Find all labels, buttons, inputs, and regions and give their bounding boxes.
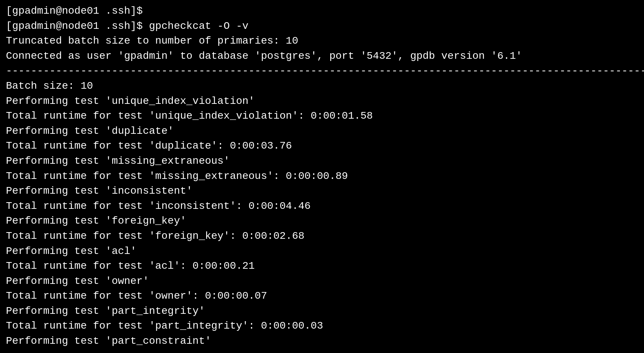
terminal-line: Performing test 'duplicate'	[6, 124, 638, 139]
terminal-line: Total runtime for test 'owner': 0:00:00.…	[6, 289, 638, 304]
terminal-line: [gpadmin@node01 .ssh]$	[6, 4, 638, 19]
terminal-line: Performing test 'part_integrity'	[6, 304, 638, 319]
terminal-line: Performing test 'inconsistent'	[6, 184, 638, 199]
terminal-line: Total runtime for test 'missing_extraneo…	[6, 169, 638, 184]
terminal-line: Total runtime for test 'duplicate': 0:00…	[6, 139, 638, 154]
terminal-line: Performing test 'part_constraint'	[6, 334, 638, 349]
terminal-line: Total runtime for test 'foreign_key': 0:…	[6, 229, 638, 244]
terminal-line: Performing test 'missing_extraneous'	[6, 154, 638, 169]
terminal-line: Total runtime for test 'acl': 0:00:00.21	[6, 259, 638, 274]
terminal-line: Performing test 'owner'	[6, 274, 638, 289]
terminal-line: Truncated batch size to number of primar…	[6, 34, 638, 49]
terminal-line: Performing test 'acl'	[6, 244, 638, 259]
terminal-line: Total runtime for test 'unique_index_vio…	[6, 109, 638, 124]
terminal-line: Performing test 'foreign_key'	[6, 214, 638, 229]
terminal-line: Performing test 'unique_index_violation'	[6, 94, 638, 109]
terminal-line: [gpadmin@node01 .ssh]$ gpcheckcat -O -v	[6, 19, 638, 34]
terminal-line: Total runtime for test 'part_integrity':…	[6, 319, 638, 334]
terminal-line: Batch size: 10	[6, 79, 638, 94]
terminal-line: Total runtime for test 'inconsistent': 0…	[6, 199, 638, 214]
terminal-line: Connected as user 'gpadmin' to database …	[6, 49, 638, 64]
terminal-output: [gpadmin@node01 .ssh]$[gpadmin@node01 .s…	[6, 4, 638, 349]
terminal-line: ----------------------------------------…	[6, 64, 638, 79]
